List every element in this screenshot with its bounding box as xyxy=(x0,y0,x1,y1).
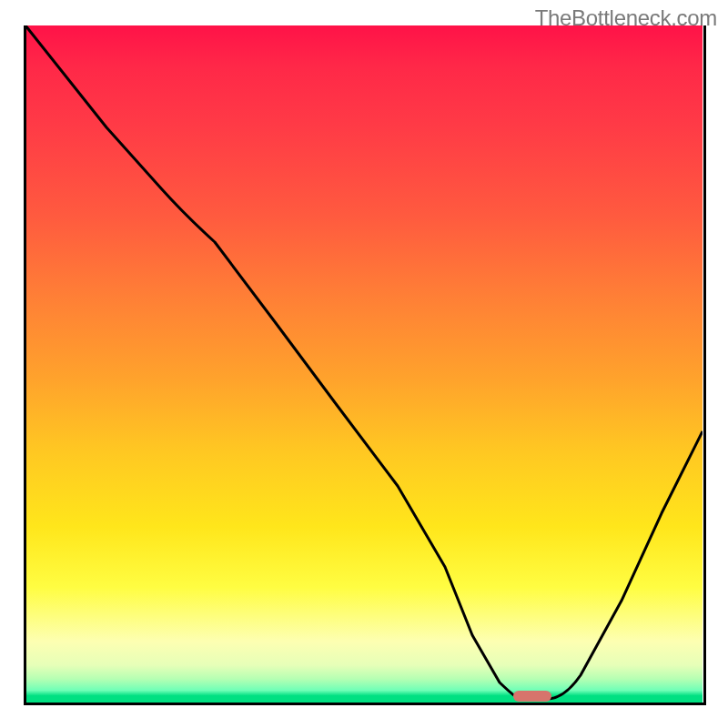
chart-stage: TheBottleneck.com xyxy=(0,0,728,728)
sweet-spot-marker xyxy=(513,691,551,702)
bottleneck-curve-path xyxy=(25,25,703,699)
curve-svg xyxy=(25,25,703,703)
watermark-text: TheBottleneck.com xyxy=(535,5,717,31)
plot-area xyxy=(25,25,703,703)
